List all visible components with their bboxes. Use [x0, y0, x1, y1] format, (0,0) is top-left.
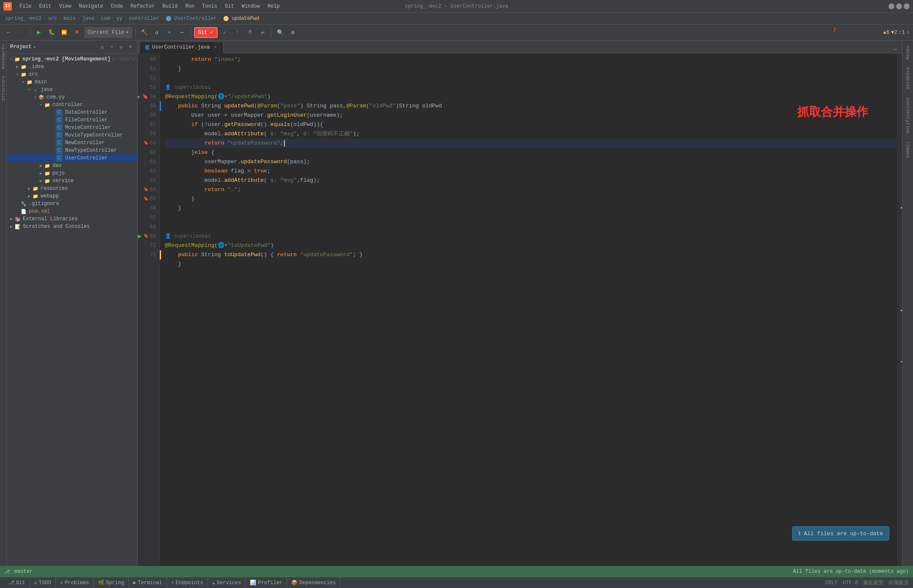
- right-panel-database[interactable]: Database: [904, 64, 912, 93]
- project-tree[interactable]: ▾ 📁 spring_-mvc2 [MovieMangement] C:\Use…: [7, 54, 137, 566]
- tree-item-movietypecontroller[interactable]: ▶ C MovieTypeController: [7, 131, 137, 139]
- tree-item-java[interactable]: ▾ ☕ java: [7, 86, 137, 93]
- line-ending[interactable]: CRLF: [826, 580, 838, 586]
- label-bookmarks[interactable]: Bookmarks: [0, 41, 7, 72]
- bc-usercontroller[interactable]: ⬤ UserController: [166, 15, 217, 22]
- menu-tools[interactable]: Tools: [199, 3, 221, 10]
- sidebar-close-icon[interactable]: ×: [126, 43, 134, 51]
- git-update-button[interactable]: ✓: [219, 27, 230, 38]
- scrollbar-track[interactable]: [897, 53, 902, 566]
- tree-item-main[interactable]: ▾ 📁 main: [7, 78, 137, 86]
- menu-help[interactable]: Help: [264, 3, 283, 10]
- bc-project[interactable]: spring_-mvc2: [5, 16, 41, 22]
- tree-item-moviecontroller[interactable]: ▶ C MovieController: [7, 124, 137, 131]
- git-commit-button[interactable]: Git ✓: [194, 27, 218, 38]
- right-panel-notifications[interactable]: Notifications: [904, 94, 912, 137]
- close-button[interactable]: ×: [904, 3, 910, 9]
- rebuild-button[interactable]: ⚡: [164, 27, 175, 38]
- tree-item-pom[interactable]: ▶ 📄 pom.xml: [7, 208, 137, 215]
- sidebar-locate-icon[interactable]: ◎: [98, 43, 106, 51]
- tree-item-resources[interactable]: ▶ 📁 resources: [7, 185, 137, 192]
- code-line-55: User user = userMapper.getLoginUser(user…: [165, 111, 897, 120]
- bottom-tab-services[interactable]: ☁ Services: [208, 577, 246, 588]
- menu-edit[interactable]: Edit: [36, 3, 55, 10]
- back-button[interactable]: ←: [3, 27, 14, 38]
- more-actions[interactable]: ⋯: [177, 27, 188, 38]
- tab-overflow-button[interactable]: ⋯: [890, 46, 900, 53]
- tree-item-usercontroller[interactable]: ▶ C UserController: [7, 154, 137, 162]
- git-push-button[interactable]: ↑: [232, 27, 243, 38]
- tree-item-root[interactable]: ▾ 📁 spring_-mvc2 [MovieMangement] C:\Use…: [7, 55, 137, 63]
- right-panel-commit[interactable]: Commit: [904, 138, 912, 161]
- build-button[interactable]: 🔨: [139, 27, 150, 38]
- tree-item-filecontroller[interactable]: ▶ C FileController: [7, 116, 137, 124]
- tree-item-gitignore[interactable]: ▶ 🔧 .gitignore: [7, 200, 137, 208]
- tree-item-newcontroller[interactable]: ▶ C NewController: [7, 139, 137, 147]
- menu-file[interactable]: File: [16, 3, 35, 10]
- right-panel-maven[interactable]: Maven: [904, 42, 912, 63]
- tab-usercontroller[interactable]: C UserController.java ×: [139, 41, 224, 53]
- settings-button[interactable]: ⚙: [287, 27, 298, 38]
- run-config-dropdown[interactable]: Current File ▾: [84, 27, 132, 38]
- sidebar-settings-icon[interactable]: ⚙: [117, 43, 125, 51]
- code-line-53: @RequestMapping(🌐▾"/updatePwd"): [165, 92, 897, 101]
- bc-controller-pkg[interactable]: controller: [129, 16, 159, 22]
- debug-button[interactable]: 🐛: [46, 27, 57, 38]
- tree-item-scratches[interactable]: ▶ 📝 Scratches and Consoles: [7, 223, 137, 230]
- tree-item-dao[interactable]: ▶ 📁 dao: [7, 162, 137, 170]
- maximize-button[interactable]: □: [896, 3, 902, 9]
- bc-yy[interactable]: yy: [116, 16, 122, 22]
- tree-arrow-resources: ▶: [26, 186, 32, 191]
- undo-button[interactable]: ↩: [257, 27, 268, 38]
- tree-item-newtypecontroller[interactable]: ▶ C NewTypeController: [7, 147, 137, 154]
- reload-button[interactable]: ↺: [151, 27, 162, 38]
- run-with-coverage-button[interactable]: ⏩: [59, 27, 70, 38]
- toolbar-separator-4: [271, 28, 272, 37]
- bc-method[interactable]: ⬤ updatePwd: [223, 15, 259, 22]
- bc-com[interactable]: com: [101, 16, 110, 22]
- run-button[interactable]: ▶: [33, 27, 44, 38]
- stop-button[interactable]: ■: [71, 27, 82, 38]
- tree-item-com-yy[interactable]: ▾ 📦 com.yy: [7, 93, 137, 101]
- bc-java[interactable]: java: [82, 16, 94, 22]
- code-lines[interactable]: return "index"; } 👤 superxiaobai: [160, 53, 897, 566]
- bottom-tab-profiler[interactable]: 📊 Profiler: [246, 577, 287, 588]
- tab-close-button[interactable]: ×: [212, 44, 218, 50]
- tree-item-service[interactable]: ▶ 📁 service: [7, 177, 137, 185]
- sidebar-collapse-icon[interactable]: ≡: [108, 43, 115, 51]
- menu-view[interactable]: View: [56, 3, 75, 10]
- tree-item-idea[interactable]: ▶ 📁 .idea: [7, 63, 137, 71]
- tree-item-ext-libs[interactable]: ▶ 📚 External Libraries: [7, 215, 137, 223]
- history-button[interactable]: ⏱: [245, 27, 256, 38]
- bottom-tab-problems[interactable]: ⚠ Problems: [56, 577, 94, 588]
- menu-build[interactable]: Build: [159, 3, 181, 10]
- vcs-expand[interactable]: ∧: [907, 29, 910, 36]
- bottom-tab-endpoints[interactable]: ⚡ Endpoints: [167, 577, 208, 588]
- forward-button[interactable]: →: [16, 27, 27, 38]
- minimize-button[interactable]: –: [888, 3, 894, 9]
- bc-src[interactable]: src: [48, 16, 57, 22]
- menu-code[interactable]: Code: [107, 3, 126, 10]
- menu-navigate[interactable]: Navigate: [75, 3, 107, 10]
- tree-item-datacontroller[interactable]: ▶ C DataController: [7, 109, 137, 116]
- bottom-tab-terminal[interactable]: ▶ Terminal: [129, 577, 167, 588]
- tree-item-src[interactable]: ▾ 📁 src: [7, 71, 137, 78]
- tree-item-controller[interactable]: ▾ 📁 controller: [7, 101, 137, 109]
- menu-refactor[interactable]: Refactor: [127, 3, 159, 10]
- menu-window[interactable]: Window: [238, 3, 263, 10]
- tree-item-pojo[interactable]: ▶ 📁 pojo: [7, 170, 137, 177]
- bottom-tab-spring[interactable]: 🌿 Spring: [94, 577, 129, 588]
- menu-git[interactable]: Git: [221, 3, 238, 10]
- bc-main[interactable]: main: [63, 16, 76, 22]
- encoding[interactable]: UTF-8: [843, 580, 858, 586]
- bottom-tab-git[interactable]: ⎇ Git: [4, 577, 30, 588]
- sidebar-dropdown[interactable]: ▾: [33, 44, 36, 50]
- bottom-tab-todo[interactable]: ☑ TODO: [30, 577, 56, 588]
- editor-area[interactable]: 抓取合并操作 50 51 52 53 ▶ 🔖 54 55 56 57: [138, 53, 902, 566]
- menu-run[interactable]: Run: [182, 3, 198, 10]
- problems-tab-icon: ⚠: [60, 580, 63, 586]
- search-button[interactable]: 🔍: [275, 27, 286, 38]
- bottom-tab-dependencies[interactable]: 📦 Dependencies: [287, 577, 340, 588]
- label-structure[interactable]: Structure: [0, 72, 7, 104]
- tree-item-webapp[interactable]: ▶ 📁 webapp: [7, 192, 137, 200]
